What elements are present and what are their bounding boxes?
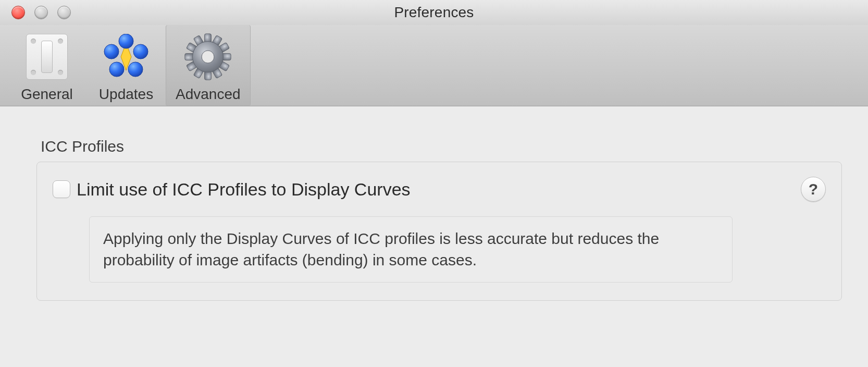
- close-button[interactable]: [11, 6, 25, 19]
- updates-icon: [101, 33, 151, 81]
- window-title: Preferences: [0, 4, 868, 21]
- titlebar[interactable]: Preferences: [0, 0, 868, 25]
- tab-general[interactable]: General: [7, 25, 86, 106]
- help-button[interactable]: ?: [801, 177, 826, 202]
- limit-icc-description: Applying only the Display Curves of ICC …: [89, 216, 733, 283]
- svg-point-1: [119, 34, 133, 48]
- tab-label: Advanced: [176, 86, 241, 103]
- minimize-button[interactable]: [34, 6, 48, 19]
- gear-icon: [184, 33, 232, 81]
- tab-advanced[interactable]: Advanced: [166, 25, 251, 106]
- tab-label: Updates: [99, 86, 153, 103]
- zoom-button[interactable]: [57, 6, 71, 19]
- limit-icc-checkbox[interactable]: [53, 180, 70, 198]
- tab-updates[interactable]: Updates: [86, 25, 166, 106]
- svg-point-2: [104, 44, 119, 59]
- svg-point-5: [128, 62, 143, 77]
- svg-point-4: [109, 62, 124, 77]
- limit-icc-row: Limit use of ICC Profiles to Display Cur…: [53, 177, 826, 202]
- window-controls: [0, 6, 71, 19]
- preferences-toolbar: General: [0, 25, 868, 106]
- limit-icc-label[interactable]: Limit use of ICC Profiles to Display Cur…: [77, 179, 795, 200]
- preferences-window: Preferences General: [0, 0, 868, 367]
- section-title-icc-profiles: ICC Profiles: [41, 138, 842, 155]
- tab-label: General: [21, 86, 73, 103]
- icc-profiles-group: Limit use of ICC Profiles to Display Cur…: [36, 162, 842, 301]
- svg-point-8: [202, 51, 214, 63]
- switch-icon: [26, 33, 68, 81]
- svg-point-3: [133, 44, 148, 59]
- advanced-pane: ICC Profiles Limit use of ICC Profiles t…: [0, 106, 868, 367]
